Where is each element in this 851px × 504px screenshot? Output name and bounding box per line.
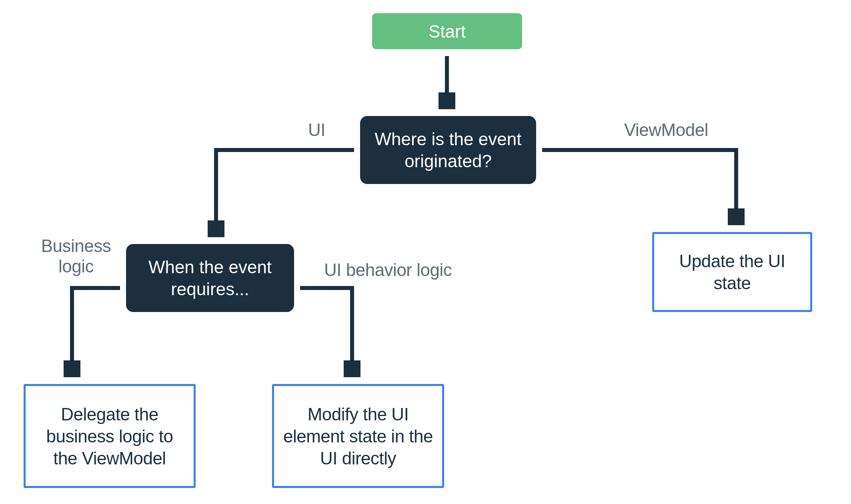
result-modify-ui-directly: Modify the UI element state in the UI di… (272, 384, 444, 488)
arrow-decision2-to-modify (300, 288, 352, 370)
start-node: Start (372, 13, 522, 49)
edge-label-business-logic: Business logic (30, 236, 122, 276)
edge-label-ui: UI (308, 120, 325, 140)
arrow-decision2-to-delegate (72, 288, 120, 370)
decision-event-origin: Where is the event originated? (360, 116, 536, 184)
arrow-decision1-to-decision2 (216, 150, 354, 230)
edge-label-ui-behavior-logic: UI behavior logic (324, 260, 452, 280)
flowchart-canvas: Start Where is the event originated? Whe… (0, 0, 851, 504)
result-delegate-viewmodel: Delegate the business logic to the ViewM… (24, 384, 196, 488)
result-update-ui-state: Update the UI state (652, 232, 812, 312)
decision-event-requires: When the event requires... (126, 244, 294, 312)
arrow-decision1-to-update (542, 150, 736, 218)
edge-label-viewmodel: ViewModel (624, 120, 708, 140)
